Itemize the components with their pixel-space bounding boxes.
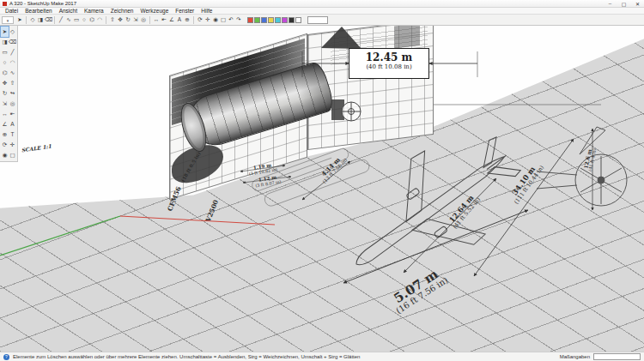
next-view-button[interactable]: ↷ xyxy=(235,15,242,24)
window-title: A 320 - SketchUp Make 2017 xyxy=(9,1,76,6)
menu-kamera[interactable]: Kamera xyxy=(81,8,107,14)
eraser-button[interactable]: ⌫ xyxy=(45,15,52,24)
scale-note-label: SCALE 1:1 xyxy=(13,142,60,154)
3d-viewport[interactable]: 12.45 m (40 ft 10.08 in) 5.07 m(16 ft 7.… xyxy=(0,26,644,352)
orbit-tool-button[interactable]: ⟳ xyxy=(1,140,9,150)
zoom-extents-button[interactable]: ▢ xyxy=(9,150,16,160)
freehand-tool-button[interactable]: ∿ xyxy=(9,68,16,78)
toolbar-anchor-dropdown[interactable]: ▾ xyxy=(2,16,14,24)
polygon-tool-button[interactable]: ⌬ xyxy=(1,68,9,78)
polygon-tool-button[interactable]: ⌬ xyxy=(88,15,95,24)
menu-fenster[interactable]: Fenster xyxy=(172,8,197,14)
circle-tool-button[interactable]: ○ xyxy=(81,15,88,24)
color-swatch[interactable] xyxy=(275,17,281,23)
make-component-button[interactable]: ◇ xyxy=(9,27,16,37)
select-tool-button[interactable]: ➤ xyxy=(1,27,9,37)
text-tool-button[interactable]: A xyxy=(176,15,183,24)
rotate-tool-button[interactable]: ↻ xyxy=(125,15,131,24)
scale-tool-button[interactable]: ⇲ xyxy=(1,99,9,109)
callout-value: 12.45 m xyxy=(349,51,428,63)
color-swatch[interactable] xyxy=(295,17,301,23)
push-pull-button[interactable]: ⇧ xyxy=(9,78,16,88)
toolbar-separator xyxy=(106,16,106,24)
rotate-tool-button[interactable]: ↻ xyxy=(1,88,9,99)
sketchup-logo-icon xyxy=(3,2,7,6)
protractor-tool-button[interactable]: ∠ xyxy=(1,119,9,129)
color-swatch-group xyxy=(247,17,301,23)
title-bar: A 320 - SketchUp Make 2017 – ▢ ✕ xyxy=(0,0,644,8)
move-tool-button[interactable]: ✥ xyxy=(117,15,124,24)
circle-tool-button[interactable]: ○ xyxy=(1,57,9,68)
measurements-input[interactable] xyxy=(593,353,641,360)
zoom-tool-button[interactable]: ◉ xyxy=(212,15,219,24)
move-tool-button[interactable]: ✥ xyxy=(1,78,9,88)
line-tool-button[interactable]: ╱ xyxy=(9,47,16,57)
color-swatch[interactable] xyxy=(282,17,288,23)
menu-ansicht[interactable]: Ansicht xyxy=(56,8,81,14)
large-tool-set: ➤ ◇ ◨ ⌫ ▭ ╱ ○ ◠ ⌬ ∿ ✥ ⇧ ↻ ↬ ⇲ ◎ ↔ ⇤ ∠ A … xyxy=(0,26,18,162)
menu-hilfe[interactable]: Hilfe xyxy=(197,8,216,14)
protractor-tool-button[interactable]: ∠ xyxy=(168,15,175,24)
close-button[interactable]: ✕ xyxy=(634,1,641,7)
line-tool-button[interactable]: ╱ xyxy=(58,15,64,24)
previous-view-button[interactable]: ↶ xyxy=(228,15,234,24)
paint-bucket-button[interactable]: ◨ xyxy=(37,15,44,24)
arc-tool-button[interactable]: ◠ xyxy=(9,57,16,68)
freehand-tool-button[interactable]: ∿ xyxy=(65,15,72,24)
eraser-button[interactable]: ⌫ xyxy=(9,37,16,47)
status-hint-text: Elemente zum Löschen auswählen oder über… xyxy=(13,354,556,359)
toolbar-separator xyxy=(149,16,150,24)
arc-tool-button[interactable]: ◠ xyxy=(96,15,103,24)
select-tool-button[interactable]: ➤ xyxy=(16,15,23,24)
maximize-button[interactable]: ▢ xyxy=(620,1,628,7)
callout-value-imperial: (40 ft 10.08 in) xyxy=(349,63,428,70)
color-swatch[interactable] xyxy=(261,17,267,23)
orbit-tool-button[interactable]: ⟳ xyxy=(197,15,204,24)
wall-sketch-patch xyxy=(394,26,420,49)
tape-measure-button[interactable]: ↔ xyxy=(1,109,9,119)
toolbar-separator xyxy=(26,16,27,24)
menu-werkzeuge[interactable]: Werkzeuge xyxy=(137,8,172,14)
rectangle-tool-button[interactable]: ▭ xyxy=(73,15,80,24)
pan-tool-button[interactable]: ✛ xyxy=(9,140,16,150)
toolbar-value-field[interactable] xyxy=(307,16,328,24)
minimize-button[interactable]: – xyxy=(606,1,614,7)
follow-me-button[interactable]: ↬ xyxy=(9,88,16,99)
scale-tool-button[interactable]: ⇲ xyxy=(132,15,139,24)
offset-tool-button[interactable]: ◎ xyxy=(140,15,147,24)
text-tool-button[interactable]: A xyxy=(9,119,16,129)
pan-tool-button[interactable]: ✛ xyxy=(204,15,211,24)
dimension-tool-button[interactable]: ⇤ xyxy=(9,109,16,119)
menu-datei[interactable]: Datei xyxy=(2,8,21,14)
menu-bearbeiten[interactable]: Bearbeiten xyxy=(21,8,55,14)
dimension-callout-12-45: 12.45 m (40 ft 10.08 in) xyxy=(349,48,429,79)
zoom-extents-button[interactable]: ▢ xyxy=(220,15,227,24)
color-swatch[interactable] xyxy=(254,17,260,23)
paint-bucket-button[interactable]: ◨ xyxy=(1,37,9,47)
rectangle-tool-button[interactable]: ▭ xyxy=(1,47,9,57)
zoom-tool-button[interactable]: ◉ xyxy=(1,150,9,160)
toolbar-separator xyxy=(54,16,55,24)
3d-text-tool-button[interactable]: T xyxy=(9,129,16,140)
tape-measure-button[interactable]: ↔ xyxy=(153,15,160,24)
toolbar-separator xyxy=(193,16,194,24)
color-swatch[interactable] xyxy=(247,17,253,23)
axes-tool-button[interactable]: ⊕ xyxy=(184,15,191,24)
color-swatch[interactable] xyxy=(268,17,274,23)
push-pull-button[interactable]: ⇧ xyxy=(109,15,116,24)
dimension-tool-button[interactable]: ⇤ xyxy=(161,15,167,24)
main-toolbar: ▾ ➤ ◇ ◨ ⌫ ╱ ∿ ▭ ○ ⌬ ◠ ⇧ ✥ ↻ ⇲ ◎ ↔ ⇤ ∠ A … xyxy=(0,15,644,26)
measurements-label: Maßangaben xyxy=(560,354,590,359)
axes-tool-button[interactable]: ⊕ xyxy=(1,129,9,140)
menu-zeichnen[interactable]: Zeichnen xyxy=(107,8,137,14)
menu-bar: Datei Bearbeiten Ansicht Kamera Zeichnen… xyxy=(0,8,644,15)
status-bar: ? Elemente zum Löschen auswählen oder üb… xyxy=(0,352,644,361)
offset-tool-button[interactable]: ◎ xyxy=(9,99,16,109)
color-swatch[interactable] xyxy=(289,17,295,23)
help-icon[interactable]: ? xyxy=(3,354,9,360)
make-component-button[interactable]: ◇ xyxy=(29,15,36,24)
